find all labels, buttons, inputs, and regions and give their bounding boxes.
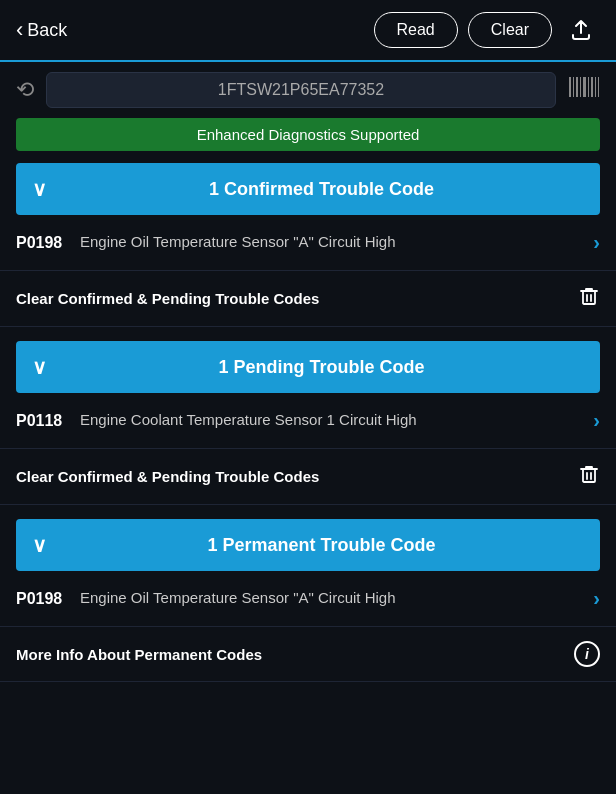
history-icon: ⟲ [16, 77, 34, 103]
section-permanent: ∨ 1 Permanent Trouble Code P0198 Engine … [0, 519, 616, 682]
code-number: P0198 [16, 590, 80, 608]
code-description: Engine Oil Temperature Sensor "A" Circui… [80, 588, 585, 608]
section-pending: ∨ 1 Pending Trouble Code P0118 Engine Co… [0, 341, 616, 505]
svg-rect-2 [576, 77, 578, 97]
chevron-down-icon: ∨ [32, 177, 47, 201]
svg-rect-9 [583, 291, 595, 304]
code-description: Engine Oil Temperature Sensor "A" Circui… [80, 232, 585, 252]
svg-rect-5 [588, 77, 589, 97]
svg-rect-4 [583, 77, 586, 97]
clear-codes-row[interactable]: Clear Confirmed & Pending Trouble Codes [0, 271, 616, 327]
clear-codes-label: Clear Confirmed & Pending Trouble Codes [16, 290, 319, 307]
section-header-confirmed[interactable]: ∨ 1 Confirmed Trouble Code [16, 163, 600, 215]
share-button[interactable] [562, 11, 600, 49]
read-button[interactable]: Read [374, 12, 458, 48]
code-description: Engine Coolant Temperature Sensor 1 Circ… [80, 410, 585, 430]
chevron-right-icon: › [593, 587, 600, 610]
section-header-pending[interactable]: ∨ 1 Pending Trouble Code [16, 341, 600, 393]
section-title: 1 Permanent Trouble Code [59, 535, 584, 556]
svg-rect-6 [591, 77, 593, 97]
section-confirmed: ∨ 1 Confirmed Trouble Code P0198 Engine … [0, 163, 616, 327]
barcode-svg [568, 75, 600, 99]
code-row[interactable]: P0198 Engine Oil Temperature Sensor "A" … [0, 215, 616, 271]
chevron-right-icon: › [593, 409, 600, 432]
clear-button[interactable]: Clear [468, 12, 552, 48]
more-info-row[interactable]: More Info About Permanent Codes i [0, 627, 616, 682]
sections-container: ∨ 1 Confirmed Trouble Code P0198 Engine … [0, 163, 616, 682]
clear-codes-label: Clear Confirmed & Pending Trouble Codes [16, 468, 319, 485]
svg-rect-8 [598, 77, 599, 97]
trash-icon [578, 463, 600, 490]
svg-rect-7 [595, 77, 596, 97]
svg-rect-0 [569, 77, 571, 97]
header-actions: Read Clear [374, 11, 600, 49]
chevron-down-icon: ∨ [32, 355, 47, 379]
barcode-icon[interactable] [568, 75, 600, 105]
svg-rect-3 [580, 77, 581, 97]
vin-row: ⟲ [0, 62, 616, 118]
section-header-permanent[interactable]: ∨ 1 Permanent Trouble Code [16, 519, 600, 571]
enhanced-diagnostics-banner: Enhanced Diagnostics Supported [16, 118, 600, 151]
info-icon: i [574, 641, 600, 667]
chevron-left-icon: ‹ [16, 17, 23, 43]
code-number: P0198 [16, 234, 80, 252]
code-number: P0118 [16, 412, 80, 430]
header: ‹ Back Read Clear [0, 0, 616, 62]
chevron-right-icon: › [593, 231, 600, 254]
back-label: Back [27, 20, 67, 41]
svg-rect-1 [573, 77, 574, 97]
clear-codes-row[interactable]: Clear Confirmed & Pending Trouble Codes [0, 449, 616, 505]
trash-icon [578, 285, 600, 312]
more-info-label: More Info About Permanent Codes [16, 646, 262, 663]
svg-rect-12 [583, 469, 595, 482]
section-title: 1 Confirmed Trouble Code [59, 179, 584, 200]
chevron-down-icon: ∨ [32, 533, 47, 557]
code-row[interactable]: P0198 Engine Oil Temperature Sensor "A" … [0, 571, 616, 627]
vin-input[interactable] [46, 72, 556, 108]
code-row[interactable]: P0118 Engine Coolant Temperature Sensor … [0, 393, 616, 449]
share-icon [569, 18, 593, 42]
back-button[interactable]: ‹ Back [16, 17, 67, 43]
section-title: 1 Pending Trouble Code [59, 357, 584, 378]
